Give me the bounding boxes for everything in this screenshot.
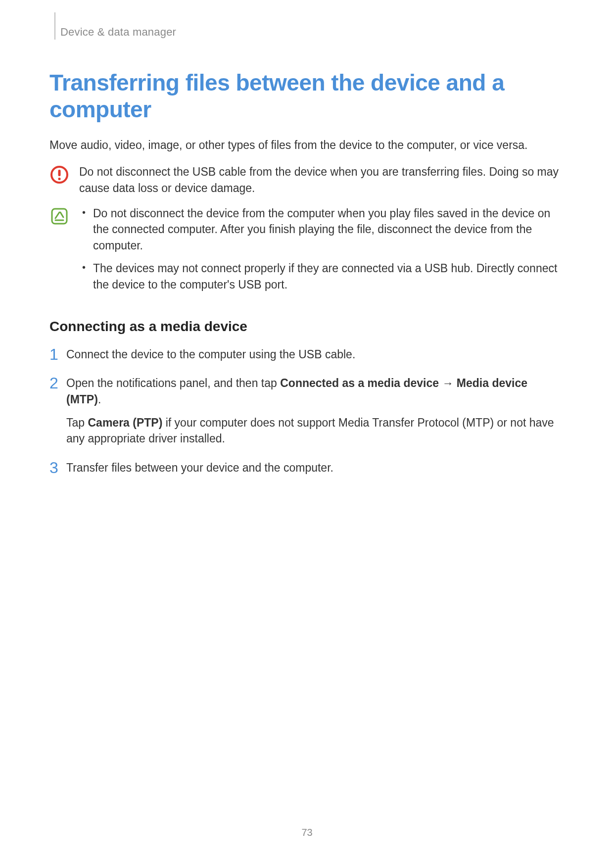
note-bullet: The devices may not connect properly if … xyxy=(79,260,565,292)
note-bullet-list: Do not disconnect the device from the co… xyxy=(79,205,565,293)
step-body: Transfer files between your device and t… xyxy=(66,460,565,476)
svg-rect-2 xyxy=(58,178,61,180)
note-bullet: Do not disconnect the device from the co… xyxy=(79,205,565,254)
step-body: Connect the device to the computer using… xyxy=(66,346,565,363)
caution-icon xyxy=(49,164,79,185)
note-icon xyxy=(49,205,79,226)
step-number: 1 xyxy=(49,346,66,362)
step-paragraph: Connect the device to the computer using… xyxy=(66,346,565,363)
step: 1Connect the device to the computer usin… xyxy=(49,346,565,363)
text-run: Transfer files between your device and t… xyxy=(66,461,333,474)
caution-callout: Do not disconnect the USB cable from the… xyxy=(49,164,565,196)
step-paragraph: Tap Camera (PTP) if your computer does n… xyxy=(66,415,565,447)
page-number: 73 xyxy=(0,827,614,838)
step-number: 2 xyxy=(49,375,66,391)
page-title: Transferring files between the device an… xyxy=(49,69,565,123)
step-paragraph: Transfer files between your device and t… xyxy=(66,460,565,476)
svg-rect-1 xyxy=(58,170,61,176)
text-run: Tap xyxy=(66,416,88,429)
subheading: Connecting as a media device xyxy=(49,319,565,335)
intro-text: Move audio, video, image, or other types… xyxy=(49,137,565,153)
step: 3Transfer files between your device and … xyxy=(49,460,565,476)
step-paragraph: Open the notifications panel, and then t… xyxy=(66,375,565,407)
bold-run: Camera (PTP) xyxy=(88,416,162,429)
step-number: 3 xyxy=(49,460,66,476)
bold-run: Connected as a media device xyxy=(280,377,439,389)
breadcrumb: Device & data manager xyxy=(60,26,565,39)
step-body: Open the notifications panel, and then t… xyxy=(66,375,565,447)
svg-rect-3 xyxy=(52,209,67,224)
text-run: Connect the device to the computer using… xyxy=(66,348,355,361)
caution-text: Do not disconnect the USB cable from the… xyxy=(79,164,565,196)
text-run: . xyxy=(98,393,101,406)
header-rule xyxy=(54,12,55,40)
arrow-run: → xyxy=(439,377,457,389)
note-callout: Do not disconnect the device from the co… xyxy=(49,205,565,300)
step: 2Open the notifications panel, and then … xyxy=(49,375,565,447)
text-run: Open the notifications panel, and then t… xyxy=(66,377,280,389)
